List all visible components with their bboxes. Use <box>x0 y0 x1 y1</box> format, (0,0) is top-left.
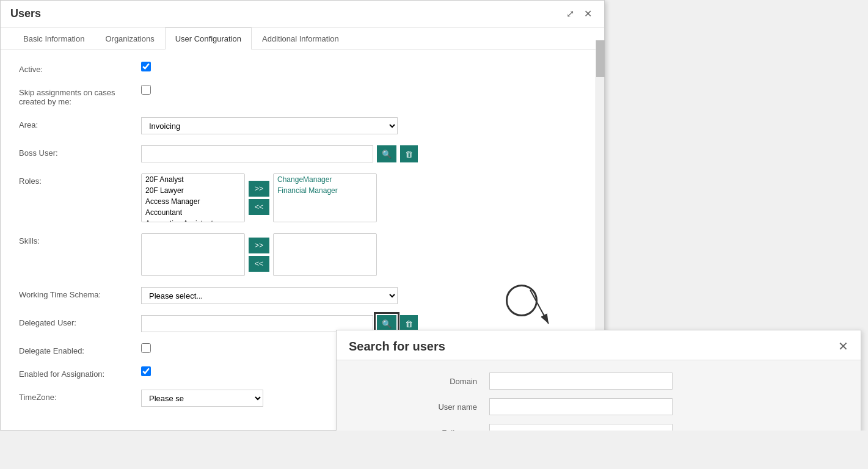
tab-basic-information[interactable]: Basic Information <box>13 27 95 49</box>
skills-arrow-buttons: >> << <box>249 238 269 272</box>
tab-user-configuration[interactable]: User Configuration <box>165 27 252 49</box>
boss-user-search-button[interactable]: 🔍 <box>377 145 396 162</box>
maximize-button[interactable]: ⤢ <box>564 7 577 21</box>
fullname-input[interactable] <box>489 424 673 431</box>
delegate-enabled-checkbox[interactable] <box>141 343 151 353</box>
search-icon: 🔍 <box>382 319 392 329</box>
tab-organizations[interactable]: Organizations <box>95 27 164 49</box>
skills-selected-list[interactable] <box>273 233 377 276</box>
roles-selected-list[interactable]: ChangeManager Financial Manager <box>273 173 377 222</box>
title-bar: Users ⤢ ✕ <box>1 1 604 27</box>
roles-move-left-button[interactable]: << <box>249 199 269 215</box>
tab-additional-information[interactable]: Additional Information <box>252 27 349 49</box>
area-row: Area: Invoicing <box>19 117 586 134</box>
active-checkbox[interactable] <box>141 62 151 71</box>
fullname-label: Full-name <box>355 428 489 431</box>
boss-user-control: 🔍 🗑 <box>141 145 586 162</box>
search-modal-close-button[interactable]: ✕ <box>838 339 848 354</box>
skills-label: Skills: <box>19 233 141 245</box>
skills-control: >> << <box>141 233 586 276</box>
roles-control: 20F Analyst 20F Lawyer Access Manager Ac… <box>141 173 586 222</box>
enabled-assignation-checkbox[interactable] <box>141 366 151 376</box>
list-item[interactable]: 20F Lawyer <box>142 185 244 196</box>
list-item[interactable]: Accounting Assistant <box>142 218 244 222</box>
skip-assignments-row: Skip assignments on cases created by me: <box>19 85 586 106</box>
window-controls: ⤢ ✕ <box>564 7 594 21</box>
boss-user-input[interactable] <box>141 145 373 162</box>
working-time-row: Working Time Schema: Please select... <box>19 287 586 304</box>
roles-available-list[interactable]: 20F Analyst 20F Lawyer Access Manager Ac… <box>141 173 245 222</box>
list-item[interactable]: ChangeManager <box>274 174 376 185</box>
area-label: Area: <box>19 117 141 129</box>
list-item[interactable]: Access Manager <box>142 196 244 207</box>
search-modal-title: Search for users <box>349 340 445 354</box>
username-input[interactable] <box>489 398 673 415</box>
search-icon: 🔍 <box>382 150 392 159</box>
skills-dual-list: >> << <box>141 233 377 276</box>
working-time-control: Please select... <box>141 287 586 304</box>
search-modal-body: Domain User name Full-name <box>337 360 861 431</box>
search-modal-header: Search for users ✕ <box>337 330 861 360</box>
timezone-label: TimeZone: <box>19 390 141 402</box>
delegate-enabled-label: Delegate Enabled: <box>19 343 141 355</box>
timezone-select[interactable]: Please se <box>141 390 263 407</box>
skip-assignments-label: Skip assignments on cases created by me: <box>19 85 141 106</box>
active-row: Active: <box>19 62 586 74</box>
enabled-assignation-label: Enabled for Assignation: <box>19 366 141 379</box>
active-control <box>141 62 586 71</box>
area-select[interactable]: Invoicing <box>141 117 398 134</box>
active-label: Active: <box>19 62 141 74</box>
domain-label: Domain <box>355 377 489 386</box>
username-row: User name <box>355 398 842 415</box>
domain-input[interactable] <box>489 373 673 390</box>
list-item[interactable]: Financial Manager <box>274 185 376 196</box>
working-time-label: Working Time Schema: <box>19 287 141 299</box>
boss-user-row: Boss User: 🔍 🗑 <box>19 145 586 162</box>
username-label: User name <box>355 402 489 412</box>
scrollbar-thumb[interactable] <box>596 40 605 77</box>
roles-move-right-button[interactable]: >> <box>249 181 269 197</box>
boss-user-label: Boss User: <box>19 145 141 158</box>
skills-row: Skills: >> << <box>19 233 586 276</box>
search-modal: Search for users ✕ Domain User name Full… <box>336 330 861 431</box>
skills-move-right-button[interactable]: >> <box>249 238 269 253</box>
area-control: Invoicing <box>141 117 586 134</box>
skip-assignments-checkbox[interactable] <box>141 85 151 95</box>
working-time-select[interactable]: Please select... <box>141 287 398 304</box>
skip-assignments-control <box>141 85 586 95</box>
delete-icon: 🗑 <box>405 150 413 159</box>
delete-icon: 🗑 <box>405 319 413 329</box>
roles-label: Roles: <box>19 173 141 186</box>
roles-dual-list: 20F Analyst 20F Lawyer Access Manager Ac… <box>141 173 377 222</box>
roles-arrow-buttons: >> << <box>249 181 269 215</box>
list-item[interactable]: Accountant <box>142 207 244 218</box>
list-item[interactable]: 20F Analyst <box>142 174 244 185</box>
skills-move-left-button[interactable]: << <box>249 256 269 272</box>
window-title: Users <box>10 7 41 20</box>
fullname-row: Full-name <box>355 424 842 431</box>
boss-user-delete-button[interactable]: 🗑 <box>400 145 418 162</box>
roles-row: Roles: 20F Analyst 20F Lawyer Access Man… <box>19 173 586 222</box>
delegated-user-label: Delegated User: <box>19 315 141 327</box>
domain-row: Domain <box>355 373 842 390</box>
skills-available-list[interactable] <box>141 233 245 276</box>
tabs-bar: Basic Information Organizations User Con… <box>1 27 604 49</box>
close-window-button[interactable]: ✕ <box>582 7 594 21</box>
